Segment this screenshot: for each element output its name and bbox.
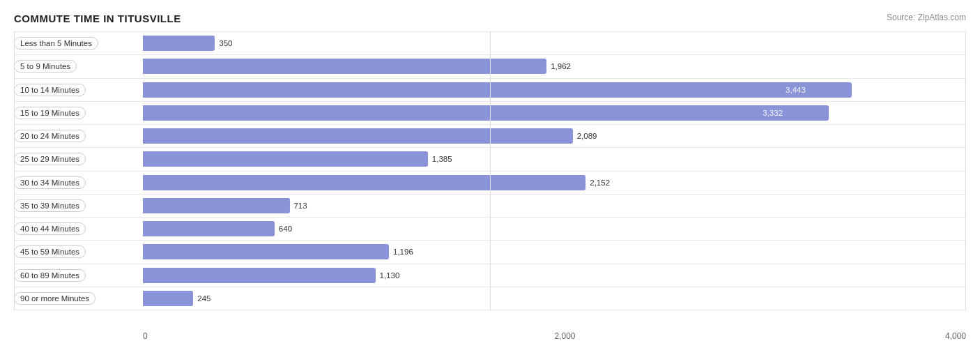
bar-value: 640: [279, 225, 292, 233]
bar-fill: [143, 244, 389, 259]
bar-value: 713: [293, 202, 307, 210]
bar-value: 2,089: [577, 132, 597, 140]
bar-value: 3,332: [763, 109, 965, 117]
bar-track: 1,196: [143, 241, 966, 263]
bar-label-text: 25 to 29 Minutes: [14, 153, 86, 165]
bar-fill: [143, 59, 546, 74]
bar-label: 15 to 19 Minutes: [14, 107, 143, 119]
x-axis-tick: 2,000: [555, 331, 576, 341]
bar-track: 245: [143, 287, 966, 310]
bar-label: 30 to 34 Minutes: [14, 176, 143, 189]
bar-track: 3,443: [143, 79, 966, 101]
chart-title: COMMUTE TIME IN TITUSVILLE: [14, 13, 966, 24]
bar-fill: [143, 268, 376, 283]
bar-fill: [143, 151, 428, 167]
bar-track: 1,962: [143, 55, 966, 77]
bar-label-text: 15 to 19 Minutes: [14, 107, 86, 119]
bar-value: 3,443: [786, 86, 965, 94]
bar-track: 1,385: [143, 148, 966, 170]
bar-label-text: 5 to 9 Minutes: [14, 60, 77, 73]
bar-label-text: 20 to 24 Minutes: [14, 130, 86, 142]
x-axis-tick: 4,000: [945, 331, 966, 341]
bar-label-text: Less than 5 Minutes: [14, 37, 98, 50]
bar-value: 350: [219, 39, 232, 47]
bar-track: 350: [143, 32, 966, 54]
bar-label: Less than 5 Minutes: [14, 37, 143, 50]
bar-label-text: 45 to 59 Minutes: [14, 245, 86, 258]
grid-line: [965, 31, 966, 310]
bar-value: 1,385: [432, 155, 452, 163]
bar-fill: [143, 82, 852, 98]
bar-track: 1,130: [143, 264, 966, 287]
bar-track: 640: [143, 218, 966, 240]
grid-line: [14, 31, 15, 310]
bar-label: 40 to 44 Minutes: [14, 222, 143, 235]
bar-value: 1,962: [551, 62, 571, 70]
chart-area: Less than 5 Minutes3505 to 9 Minutes1,96…: [14, 31, 966, 331]
bar-track: 3,332: [143, 102, 966, 124]
bar-label-text: 30 to 34 Minutes: [14, 176, 86, 189]
bar-value: 1,196: [393, 248, 413, 256]
bar-label: 25 to 29 Minutes: [14, 153, 143, 165]
bar-fill: [143, 221, 275, 236]
bar-fill: [143, 198, 290, 213]
bars-section: Less than 5 Minutes3505 to 9 Minutes1,96…: [14, 31, 966, 310]
bar-label: 90 or more Minutes: [14, 292, 143, 305]
bar-fill: [143, 291, 193, 306]
bar-label: 5 to 9 Minutes: [14, 60, 143, 73]
bar-fill: [143, 128, 573, 144]
bar-fill: [143, 36, 215, 51]
bar-track: 713: [143, 195, 966, 217]
bar-label: 35 to 39 Minutes: [14, 199, 143, 212]
bar-fill: [143, 175, 585, 190]
bar-label: 10 to 14 Minutes: [14, 84, 143, 96]
chart-container: COMMUTE TIME IN TITUSVILLE Source: ZipAt…: [0, 0, 980, 364]
bar-fill: [143, 105, 829, 121]
bar-track: 2,089: [143, 125, 966, 147]
bar-label-text: 60 to 89 Minutes: [14, 269, 86, 282]
bar-label-text: 90 or more Minutes: [14, 292, 95, 305]
bar-value: 245: [197, 294, 210, 303]
bar-value: 1,130: [380, 271, 400, 280]
bar-label: 60 to 89 Minutes: [14, 269, 143, 282]
bar-label: 45 to 59 Minutes: [14, 245, 143, 258]
grid-line: [490, 31, 491, 310]
bar-track: 2,152: [143, 172, 966, 194]
bar-label: 20 to 24 Minutes: [14, 130, 143, 142]
bar-label-text: 35 to 39 Minutes: [14, 199, 86, 212]
chart-source: Source: ZipAtlas.com: [887, 13, 966, 22]
bar-label-text: 10 to 14 Minutes: [14, 84, 86, 96]
bar-label-text: 40 to 44 Minutes: [14, 222, 86, 235]
bar-value: 2,152: [590, 179, 610, 187]
x-axis-tick: 0: [143, 331, 148, 341]
